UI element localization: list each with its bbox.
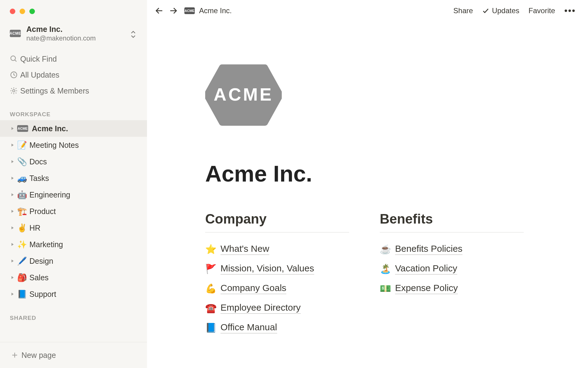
caret-right-icon[interactable] bbox=[10, 143, 17, 147]
svg-text:ACME: ACME bbox=[214, 84, 273, 104]
favorite-button[interactable]: Favorite bbox=[529, 6, 555, 15]
page-logo: ACME bbox=[205, 64, 567, 127]
link-label: Company Goals bbox=[221, 283, 286, 294]
page-emoji-icon: 📎 bbox=[17, 157, 29, 167]
sidebar-page-item[interactable]: ✌️HR bbox=[0, 220, 147, 236]
sidebar-page-item[interactable]: 📎Docs bbox=[0, 153, 147, 170]
quick-find[interactable]: Quick Find bbox=[0, 51, 147, 67]
caret-right-icon[interactable] bbox=[10, 292, 17, 296]
main-content: ACME Acme Inc. Share Updates Favorite ••… bbox=[147, 0, 588, 368]
link-emoji-icon: ⭐ bbox=[205, 244, 221, 255]
sidebar-page-item[interactable]: 📝Meeting Notes bbox=[0, 137, 147, 153]
workspace-chip-icon: ACME bbox=[10, 30, 21, 37]
breadcrumb-label: Acme Inc. bbox=[199, 6, 232, 15]
page-columns: Company⭐What's New🚩Mission, Vision, Valu… bbox=[205, 211, 567, 337]
caret-right-icon[interactable] bbox=[10, 176, 17, 180]
page-label: Docs bbox=[29, 157, 47, 166]
caret-right-icon[interactable] bbox=[10, 259, 17, 263]
svg-marker-4 bbox=[12, 127, 14, 130]
settings-label: Settings & Members bbox=[20, 86, 89, 95]
svg-marker-11 bbox=[12, 243, 14, 246]
svg-marker-7 bbox=[12, 177, 14, 180]
updates-button[interactable]: Updates bbox=[482, 6, 519, 15]
window-traffic-lights bbox=[0, 0, 147, 23]
workspace-section-header: WORKSPACE bbox=[0, 99, 147, 120]
page-link[interactable]: ⭐What's New bbox=[205, 239, 349, 259]
page-link[interactable]: 🚩Mission, Vision, Values bbox=[205, 259, 349, 278]
link-label: Employee Directory bbox=[221, 302, 301, 314]
minimize-window-button[interactable] bbox=[20, 9, 25, 14]
page-link[interactable]: 💵Expense Policy bbox=[380, 278, 524, 298]
page-emoji-icon: 🏗️ bbox=[17, 207, 29, 216]
all-updates-label: All Updates bbox=[20, 71, 59, 79]
page-link[interactable]: 📘Office Manual bbox=[205, 318, 349, 337]
svg-point-3 bbox=[13, 90, 15, 92]
caret-right-icon[interactable] bbox=[10, 226, 17, 230]
caret-right-icon[interactable] bbox=[10, 209, 17, 213]
page-label: Tasks bbox=[29, 174, 49, 183]
gear-icon bbox=[10, 87, 20, 95]
forward-button[interactable] bbox=[167, 5, 179, 17]
link-label: Expense Policy bbox=[395, 283, 458, 294]
page-title[interactable]: Acme Inc. bbox=[205, 161, 567, 187]
share-label: Share bbox=[453, 6, 473, 15]
page-label: Design bbox=[29, 257, 53, 266]
workspace-switcher[interactable]: ACME Acme Inc. nate@makenotion.com bbox=[0, 23, 147, 48]
column-header: Company bbox=[205, 211, 349, 232]
link-emoji-icon: ☎️ bbox=[205, 303, 221, 313]
page-label: Marketing bbox=[29, 240, 63, 249]
sidebar-page-item[interactable]: 🎒Sales bbox=[0, 269, 147, 286]
back-button[interactable] bbox=[153, 5, 165, 17]
page-emoji-icon: ✌️ bbox=[17, 223, 29, 233]
sidebar-page-item[interactable]: 🏗️Product bbox=[0, 203, 147, 220]
page-chip-icon: ACME bbox=[17, 125, 28, 132]
page-emoji-icon: 📘 bbox=[17, 289, 29, 299]
svg-marker-10 bbox=[12, 227, 14, 229]
page-link[interactable]: ☎️Employee Directory bbox=[205, 298, 349, 318]
svg-marker-12 bbox=[12, 260, 14, 263]
page-link[interactable]: 🏝️Vacation Policy bbox=[380, 259, 524, 278]
page-emoji-icon: 🖊️ bbox=[17, 256, 29, 266]
new-page-button[interactable]: New page bbox=[0, 342, 147, 368]
breadcrumb[interactable]: ACME Acme Inc. bbox=[184, 6, 232, 15]
link-emoji-icon: 💪 bbox=[205, 283, 221, 294]
page-tree: ACMEAcme Inc.📝Meeting Notes📎Docs🚙Tasks🤖E… bbox=[0, 120, 147, 302]
search-icon bbox=[10, 55, 20, 63]
settings-members[interactable]: Settings & Members bbox=[0, 83, 147, 99]
more-menu-button[interactable]: ••• bbox=[564, 6, 576, 16]
link-emoji-icon: 💵 bbox=[380, 283, 395, 294]
sidebar-page-item[interactable]: ✨Marketing bbox=[0, 236, 147, 253]
link-label: Benefits Policies bbox=[395, 243, 462, 255]
favorite-label: Favorite bbox=[529, 6, 555, 15]
close-window-button[interactable] bbox=[10, 9, 15, 14]
sidebar-page-item[interactable]: ACMEAcme Inc. bbox=[0, 120, 147, 137]
sidebar-page-item[interactable]: 🤖Engineering bbox=[0, 186, 147, 203]
sidebar-page-item[interactable]: 🚙Tasks bbox=[0, 170, 147, 186]
zoom-window-button[interactable] bbox=[29, 9, 35, 14]
chevron-up-down-icon bbox=[130, 30, 136, 38]
page-emoji-icon: 🚙 bbox=[17, 174, 29, 183]
page-emoji-icon: 🤖 bbox=[17, 190, 29, 200]
sidebar-page-item[interactable]: 📘Support bbox=[0, 286, 147, 302]
link-label: Mission, Vision, Values bbox=[221, 263, 314, 274]
caret-right-icon[interactable] bbox=[10, 159, 17, 164]
caret-right-icon[interactable] bbox=[10, 193, 17, 197]
page-emoji-icon: 🎒 bbox=[17, 273, 29, 282]
page-emoji-icon: ✨ bbox=[17, 240, 29, 249]
clock-icon bbox=[10, 71, 20, 79]
link-label: Office Manual bbox=[221, 322, 277, 333]
caret-right-icon[interactable] bbox=[10, 275, 17, 280]
link-emoji-icon: 🏝️ bbox=[380, 263, 395, 274]
acme-hexagon-icon: ACME bbox=[205, 64, 282, 126]
share-button[interactable]: Share bbox=[453, 6, 473, 15]
page-label: Sales bbox=[29, 273, 49, 282]
page-link[interactable]: ☕Benefits Policies bbox=[380, 239, 524, 259]
sidebar-page-item[interactable]: 🖊️Design bbox=[0, 253, 147, 269]
caret-right-icon[interactable] bbox=[10, 242, 17, 247]
workspace-title: Acme Inc. bbox=[26, 25, 96, 34]
all-updates[interactable]: All Updates bbox=[0, 67, 147, 83]
caret-right-icon[interactable] bbox=[10, 126, 17, 131]
page-link[interactable]: 💪Company Goals bbox=[205, 278, 349, 298]
new-page-label: New page bbox=[21, 351, 56, 360]
link-label: What's New bbox=[221, 243, 269, 255]
